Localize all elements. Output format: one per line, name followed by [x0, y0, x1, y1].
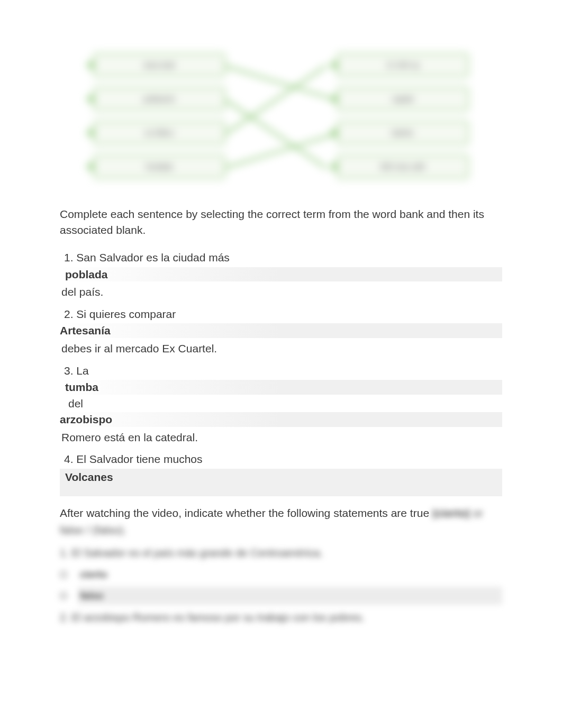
sentence-pre: San Salvador es la ciudad más [76, 251, 230, 263]
match-left-item[interactable]: área total [93, 53, 225, 77]
answer-blank[interactable]: tumba [60, 380, 502, 394]
match-right-item[interactable]: 600 mas café [337, 154, 469, 179]
sentence-mid: del [68, 395, 502, 413]
sentence-1: 1. San Salvador es la ciudad más poblada… [60, 248, 502, 303]
sentence-pre: Si quieres comparar [76, 308, 176, 320]
question-1: 1. El Salvador es el país más grande de … [60, 543, 502, 562]
sentence-4: 4. El Salvador tiene muchos Volcanes [60, 450, 502, 496]
answer-blank[interactable]: Volcanes [60, 469, 502, 496]
sentence-post: debes ir al mercado Ex Cuartel. [61, 338, 502, 359]
sentence-number: 2. [64, 308, 74, 320]
radio-icon [60, 571, 67, 578]
match-left-item[interactable]: es ilídico [93, 121, 225, 145]
matching-diagram: área total población es ilídico fundada … [93, 53, 469, 190]
radio-option-cierto[interactable]: cierto [60, 566, 502, 584]
blurred-content: 1. El Salvador es el país más grande de … [60, 543, 502, 627]
sentence-3: 3. La tumba del arzobispo Romero está en… [60, 361, 502, 448]
match-right-item[interactable]: capital [337, 87, 469, 111]
instructions-text: Complete each sentence by selecting the … [60, 206, 502, 239]
answer-blank[interactable]: Artesanía [60, 323, 502, 338]
match-left-item[interactable]: población [93, 87, 225, 111]
document-page: área total población es ilídico fundada … [0, 0, 562, 712]
sentence-number: 3. [64, 365, 74, 377]
match-left-item[interactable]: fundada [93, 154, 225, 179]
blurred-text: (cierto) [432, 507, 470, 519]
question-2: 2. El arzobispo Romero es famoso por su … [60, 608, 502, 627]
sentence-number: 4. [64, 453, 74, 465]
match-right-item[interactable]: balnés [337, 121, 469, 145]
sentence-pre: El Salvador tiene muchos [76, 453, 202, 465]
answer-blank[interactable]: poblada [60, 267, 502, 281]
section2-lead: After watching the video, indicate wheth… [60, 507, 429, 519]
sentence-pre: La [76, 365, 88, 377]
radio-icon [60, 592, 67, 599]
sentence-number: 1. [64, 251, 74, 263]
match-right-item[interactable]: 21 040 sq [337, 53, 469, 77]
answer-blank[interactable]: arzobispo [60, 412, 502, 426]
true-false-section: After watching the video, indicate wheth… [60, 505, 502, 627]
radio-option-falso[interactable]: falso [60, 587, 502, 605]
sentence-post: Romero está en la catedral. [61, 427, 502, 448]
sentence-2: 2. Si quieres comparar Artesanía debes i… [60, 305, 502, 359]
sentence-post: del país. [61, 281, 502, 303]
